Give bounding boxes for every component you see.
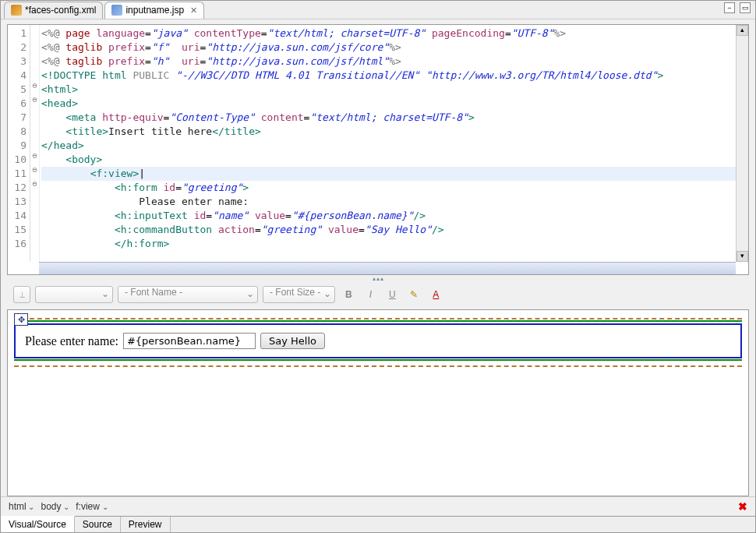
- code-line[interactable]: <%@ taglib prefix="h" uri="http://java.s…: [41, 55, 748, 69]
- code-line[interactable]: <h:commandButton action="greeting" value…: [41, 223, 748, 237]
- scroll-up-icon[interactable]: ▴: [737, 25, 748, 36]
- fold-toggle-icon[interactable]: ⊖: [30, 179, 39, 193]
- code-text-area[interactable]: <%@ page language="java" contentType="te…: [40, 25, 748, 262]
- bold-button[interactable]: B: [340, 286, 357, 303]
- code-line[interactable]: <meta http-equiv="Content-Type" content=…: [41, 111, 748, 125]
- window-controls: − ▭: [724, 2, 751, 13]
- split-handle[interactable]: ▴▴▴▾▾▾: [7, 275, 749, 283]
- move-handle-icon[interactable]: ✥: [14, 313, 28, 326]
- breadcrumb-item[interactable]: f:view: [76, 501, 108, 512]
- editor-mode-tabs: Visual/SourceSourcePreview: [1, 516, 755, 532]
- breadcrumb-bar: htmlbodyf:view ✖: [1, 496, 755, 516]
- highlight-button[interactable]: [405, 286, 422, 303]
- name-input[interactable]: [123, 333, 256, 349]
- close-breadcrumb-icon[interactable]: ✖: [738, 500, 747, 513]
- editor-tab-bar: *faces-config.xmlinputname.jsp✕ − ▭: [1, 1, 755, 19]
- fold-toggle-icon: [30, 109, 39, 123]
- fold-toggle-icon[interactable]: ⊖: [30, 81, 39, 95]
- minimize-icon[interactable]: −: [724, 2, 735, 13]
- underline-button[interactable]: U: [383, 286, 401, 303]
- style-combo[interactable]: [35, 286, 113, 303]
- jsp-file-icon: [111, 5, 122, 16]
- visual-editor-toolbar: ⟂ - Font Name - - Font Size - B I U A: [7, 283, 749, 306]
- code-line[interactable]: <title>Insert title here</title>: [41, 125, 748, 139]
- fold-toggle-icon: [30, 235, 39, 249]
- code-line[interactable]: Please enter name:: [41, 195, 748, 209]
- code-line[interactable]: </head>: [41, 139, 748, 153]
- breadcrumb-item[interactable]: body: [41, 501, 69, 512]
- form-outer-border: [14, 318, 742, 319]
- view-outline-bottom: [14, 359, 742, 361]
- code-line[interactable]: <!DOCTYPE html PUBLIC "-//W3C//DTD HTML …: [41, 69, 748, 83]
- form-outer-border-bottom: [14, 365, 742, 367]
- text-color-button[interactable]: A: [427, 286, 444, 303]
- fold-toggle-icon: [30, 193, 39, 207]
- code-line[interactable]: <h:inputText id="name" value="#{personBe…: [41, 209, 748, 223]
- tab-label: *faces-config.xml: [25, 5, 96, 16]
- close-icon[interactable]: ✕: [190, 5, 197, 16]
- code-line[interactable]: </h:form>: [41, 237, 748, 251]
- mode-tab[interactable]: Source: [75, 517, 121, 532]
- form-selection-box[interactable]: Please enter name: Say Hello: [14, 323, 742, 358]
- text-tool-icon[interactable]: ⟂: [13, 286, 30, 303]
- fold-toggle-icon: [30, 221, 39, 235]
- code-line[interactable]: <%@ taglib prefix="f" uri="http://java.s…: [41, 41, 748, 55]
- italic-button[interactable]: I: [362, 286, 379, 303]
- editor-tab[interactable]: *faces-config.xml: [4, 2, 103, 19]
- fold-toggle-icon: [30, 25, 39, 39]
- fold-toggle-icon[interactable]: ⊖: [30, 165, 39, 179]
- view-outline: [14, 320, 742, 322]
- editor-tab[interactable]: inputname.jsp✕: [104, 2, 204, 19]
- code-line[interactable]: <f:view>|: [41, 167, 748, 181]
- visual-preview-panel: ✥ Please enter name: Say Hello: [7, 309, 749, 496]
- code-line[interactable]: <body>: [41, 153, 748, 167]
- source-editor-panel: 12345678910111213141516 ⊖⊖⊖⊖⊖ <%@ page l…: [7, 24, 749, 275]
- vertical-scrollbar[interactable]: ▴ ▾: [736, 25, 748, 262]
- code-line[interactable]: <h:form id="greeting">: [41, 181, 748, 195]
- fold-toggle-icon: [30, 53, 39, 67]
- mode-tab[interactable]: Preview: [121, 517, 171, 532]
- fold-toggle-icon: [30, 123, 39, 137]
- code-line[interactable]: <html>: [41, 83, 748, 97]
- line-number-gutter: 12345678910111213141516: [8, 25, 30, 262]
- fold-toggle-icon: [30, 137, 39, 151]
- fold-toggle-icon: [30, 207, 39, 221]
- say-hello-button[interactable]: Say Hello: [260, 333, 325, 349]
- scroll-down-icon[interactable]: ▾: [737, 251, 748, 262]
- fold-toggle-icon[interactable]: ⊖: [30, 95, 39, 109]
- font-name-combo[interactable]: - Font Name -: [118, 286, 258, 303]
- font-size-combo[interactable]: - Font Size -: [263, 286, 335, 303]
- tab-label: inputname.jsp: [125, 5, 184, 16]
- mode-tab[interactable]: Visual/Source: [1, 516, 75, 532]
- fold-column[interactable]: ⊖⊖⊖⊖⊖: [30, 25, 40, 262]
- breadcrumb-item[interactable]: html: [9, 501, 34, 512]
- maximize-icon[interactable]: ▭: [740, 2, 751, 13]
- code-line[interactable]: <head>: [41, 97, 748, 111]
- xml-file-icon: [11, 5, 22, 16]
- fold-toggle-icon: [30, 67, 39, 81]
- fold-toggle-icon: [30, 39, 39, 53]
- code-line[interactable]: <%@ page language="java" contentType="te…: [41, 26, 748, 41]
- fold-toggle-icon[interactable]: ⊖: [30, 151, 39, 165]
- prompt-label: Please enter name:: [25, 334, 118, 348]
- horizontal-scrollbar[interactable]: [39, 262, 736, 274]
